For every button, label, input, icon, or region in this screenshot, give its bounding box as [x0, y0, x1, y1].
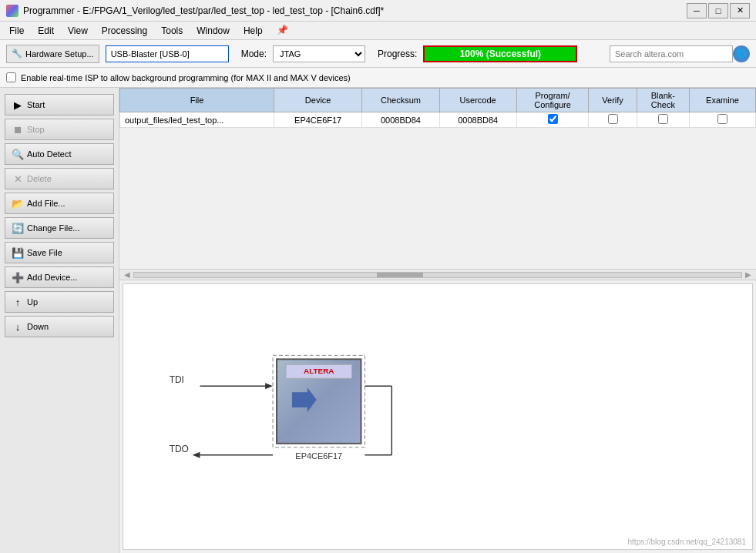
- up-icon: ↑: [12, 296, 24, 308]
- auto-detect-label: Auto Detect: [27, 149, 71, 159]
- auto-detect-icon: 🔍: [12, 148, 24, 160]
- help-icon: 📌: [277, 25, 292, 37]
- app-icon: [6, 5, 18, 17]
- table-row: output_files/led_test_top... EP4CE6F17 0…: [120, 112, 756, 128]
- svg-text:ALTERA: ALTERA: [304, 367, 334, 375]
- add-device-label: Add Device...: [27, 273, 77, 282]
- svg-text:TDI: TDI: [170, 374, 184, 385]
- down-button[interactable]: ↓ Down: [5, 316, 114, 337]
- svg-rect-2: [273, 355, 365, 447]
- add-file-icon: 📂: [12, 197, 24, 209]
- auto-detect-button[interactable]: 🔍 Auto Detect: [5, 143, 114, 165]
- hardware-setup-button[interactable]: 🔧 Hardware Setup...: [6, 45, 99, 63]
- diagram-area: ALTERA TDI TDO EP4CE6F17: [123, 283, 753, 550]
- title-bar-left: Programmer - E:/FPGA/1_Verilog/led_test/…: [6, 5, 384, 17]
- cell-device: EP4CE6F17: [274, 112, 362, 128]
- search-box: 🌐: [610, 45, 750, 62]
- col-usercode: Usercode: [439, 89, 516, 112]
- isp-row: Enable real-time ISP to allow background…: [0, 68, 756, 88]
- change-file-icon: 🔄: [12, 222, 24, 234]
- horizontal-scrollbar[interactable]: ◀ ▶: [119, 269, 756, 280]
- menu-bar: File Edit View Processing Tools Window H…: [0, 22, 756, 40]
- menu-window[interactable]: Window: [190, 24, 236, 38]
- delete-icon: ✕: [12, 173, 24, 185]
- hardware-setup-label: Hardware Setup...: [25, 49, 94, 59]
- menu-edit[interactable]: Edit: [32, 24, 60, 38]
- scroll-track[interactable]: [133, 272, 742, 278]
- table-area: File Device Checksum Usercode Program/Co…: [119, 88, 756, 280]
- right-panel: File Device Checksum Usercode Program/Co…: [119, 88, 756, 553]
- cell-checksum: 0008BD84: [362, 112, 439, 128]
- col-blank-check: Blank-Check: [637, 89, 689, 112]
- progress-bar: 100% (Successful): [423, 45, 577, 62]
- col-file: File: [120, 89, 274, 112]
- scroll-right-arrow[interactable]: ▶: [742, 270, 754, 279]
- stop-label: Stop: [27, 125, 45, 134]
- svg-marker-6: [292, 387, 317, 412]
- programmer-table: File Device Checksum Usercode Program/Co…: [119, 88, 756, 128]
- scroll-thumb[interactable]: [377, 273, 423, 277]
- main-content: ▶ Start ⏹ Stop 🔍 Auto Detect ✕ Delete 📂 …: [0, 88, 756, 553]
- mode-select[interactable]: JTAG Passive Serial Active Serial: [273, 45, 365, 62]
- add-device-button[interactable]: ➕ Add Device...: [5, 266, 114, 288]
- table-scroll[interactable]: File Device Checksum Usercode Program/Co…: [119, 88, 756, 269]
- minimize-button[interactable]: ─: [687, 3, 707, 18]
- isp-checkbox[interactable]: [6, 72, 16, 82]
- search-input[interactable]: [610, 45, 733, 62]
- verify-checkbox[interactable]: [608, 114, 618, 124]
- diagram-svg: ALTERA TDI TDO EP4CE6F17: [123, 284, 752, 549]
- menu-processing[interactable]: Processing: [96, 24, 153, 38]
- cell-examine[interactable]: [689, 112, 755, 128]
- change-file-label: Change File...: [27, 223, 79, 233]
- col-device: Device: [274, 89, 362, 112]
- title-bar: Programmer - E:/FPGA/1_Verilog/led_test/…: [0, 0, 756, 22]
- up-button[interactable]: ↑ Up: [5, 291, 114, 313]
- save-file-icon: 💾: [12, 246, 24, 259]
- cell-file: output_files/led_test_top...: [120, 112, 274, 128]
- menu-file[interactable]: File: [3, 24, 30, 38]
- svg-rect-4: [286, 364, 352, 378]
- add-file-label: Add File...: [27, 199, 66, 208]
- col-program: Program/Configure: [516, 89, 589, 112]
- sidebar: ▶ Start ⏹ Stop 🔍 Auto Detect ✕ Delete 📂 …: [0, 88, 119, 553]
- save-file-button[interactable]: 💾 Save File: [5, 242, 114, 263]
- examine-checkbox[interactable]: [717, 114, 727, 124]
- save-file-label: Save File: [27, 248, 62, 257]
- start-label: Start: [27, 100, 45, 109]
- scroll-left-arrow[interactable]: ◀: [121, 270, 133, 279]
- menu-help[interactable]: Help: [237, 24, 269, 38]
- start-icon: ▶: [12, 99, 24, 111]
- svg-marker-8: [193, 452, 200, 458]
- usb-blaster-input[interactable]: [106, 45, 229, 62]
- toolbar: 🔧 Hardware Setup... Mode: JTAG Passive S…: [0, 40, 756, 68]
- svg-marker-1: [265, 383, 273, 389]
- blank-check-checkbox[interactable]: [658, 114, 668, 124]
- delete-label: Delete: [27, 174, 52, 183]
- hardware-icon: 🔧: [12, 49, 22, 59]
- progress-value: 100% (Successful): [460, 49, 541, 59]
- col-checksum: Checksum: [362, 89, 439, 112]
- add-device-icon: ➕: [12, 271, 24, 283]
- cell-blank-check[interactable]: [637, 112, 689, 128]
- stop-button[interactable]: ⏹ Stop: [5, 119, 114, 140]
- cell-program[interactable]: [516, 112, 589, 128]
- maximize-button[interactable]: □: [708, 3, 728, 18]
- isp-label: Enable real-time ISP to allow background…: [21, 73, 351, 82]
- down-icon: ↓: [12, 320, 24, 333]
- down-label: Down: [27, 322, 49, 331]
- globe-button[interactable]: 🌐: [733, 45, 750, 62]
- svg-text:TDO: TDO: [170, 444, 189, 454]
- watermark: https://blog.csdn.net/qq_24213081: [628, 538, 746, 546]
- col-examine: Examine: [689, 89, 755, 112]
- col-verify: Verify: [589, 89, 637, 112]
- mode-label: Mode:: [241, 49, 267, 59]
- menu-tools[interactable]: Tools: [155, 24, 189, 38]
- start-button[interactable]: ▶ Start: [5, 94, 114, 116]
- program-checkbox[interactable]: [548, 114, 558, 124]
- menu-view[interactable]: View: [62, 24, 94, 38]
- delete-button[interactable]: ✕ Delete: [5, 168, 114, 189]
- cell-verify[interactable]: [589, 112, 637, 128]
- add-file-button[interactable]: 📂 Add File...: [5, 193, 114, 214]
- change-file-button[interactable]: 🔄 Change File...: [5, 217, 114, 239]
- close-button[interactable]: ✕: [730, 3, 750, 18]
